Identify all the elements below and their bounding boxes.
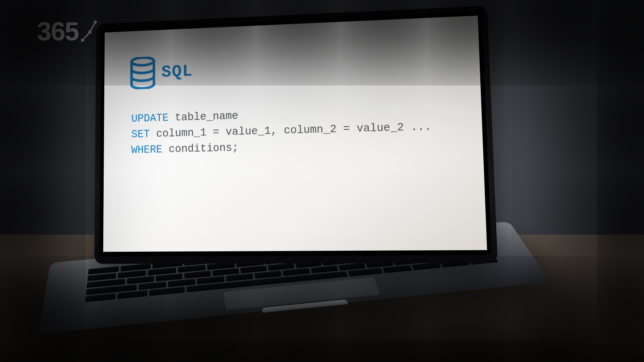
database-icon	[129, 56, 156, 89]
keyword-set: SET	[131, 128, 150, 140]
code-line-1: UPDATE table_name	[131, 110, 238, 125]
laptop-screen: SQL UPDATE table_name SET column_1 = val…	[103, 16, 487, 252]
keyword-where: WHERE	[131, 143, 162, 156]
scene-root: 365 MacBook Pro	[0, 0, 644, 362]
code-rest-3: conditions;	[162, 141, 238, 156]
svg-point-3	[131, 57, 154, 66]
code-rest-2: column_1 = value_1, column_2 = value_2 .…	[150, 120, 432, 140]
sql-label: SQL	[161, 62, 193, 82]
code-rest-1: table_name	[169, 110, 238, 124]
sql-heading: SQL	[129, 55, 193, 89]
laptop: MacBook Pro	[47, 10, 533, 352]
laptop-lid: SQL UPDATE table_name SET column_1 = val…	[94, 6, 498, 264]
code-line-3: WHERE conditions;	[131, 141, 238, 156]
sql-code-block: UPDATE table_name SET column_1 = value_1…	[131, 102, 432, 158]
keyword-update: UPDATE	[131, 112, 169, 125]
screen-bezel: SQL UPDATE table_name SET column_1 = val…	[99, 11, 491, 256]
